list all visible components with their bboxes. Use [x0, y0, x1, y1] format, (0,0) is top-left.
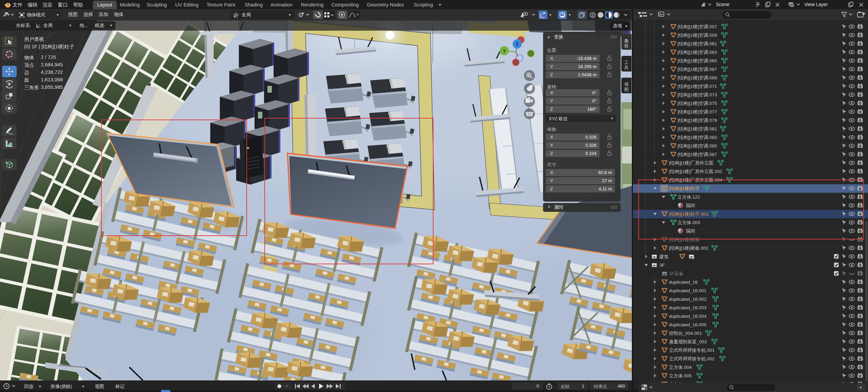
svg-text:[结构][1楼]楼板.001: [结构][1楼]楼板.001	[669, 246, 708, 251]
svg-text:3F: 3F	[659, 263, 665, 268]
svg-text:[结构][1楼]空调.087: [结构][1楼]空调.087	[677, 152, 717, 157]
svg-text:duplicated_16.005: duplicated_16.005	[669, 322, 706, 327]
svg-text:3F设备: 3F设备	[669, 271, 684, 276]
svg-text:[结构][1楼]空调.067: [结构][1楼]空调.067	[677, 67, 717, 72]
svg-text:立方体.005: 立方体.005	[669, 373, 692, 378]
svg-text:duplicated_16.001: duplicated_16.001	[669, 288, 706, 293]
svg-text:[结构][1楼]空调.059: [结构][1楼]空调.059	[677, 33, 717, 38]
svg-text:[结构][1楼]空调.065: [结构][1楼]空调.065	[677, 58, 717, 63]
svg-text:[结构][1楼]空调.057: [结构][1楼]空调.057	[677, 24, 717, 29]
svg-text:[结构][1楼]空调.069: [结构][1楼]空调.069	[677, 75, 717, 80]
svg-text:[结构][1楼]空调.073: [结构][1楼]空调.073	[677, 92, 717, 97]
svg-text:[结构][1楼]厂房外立面.002: [结构][1楼]厂房外立面.002	[669, 169, 722, 174]
svg-text:[结构][1楼]空调.075: [结构][1楼]空调.075	[677, 101, 717, 106]
svg-text:[结构][1楼]空调.061: [结构][1楼]空调.061	[677, 41, 717, 46]
svg-text:duplicated_16.002: duplicated_16.002	[669, 297, 706, 302]
svg-text:duplicated_16.004: duplicated_16.004	[669, 314, 707, 319]
svg-text:[结构][1楼]空调.079: [结构][1楼]空调.079	[677, 118, 717, 123]
svg-text:[结构][1楼]空调.071: [结构][1楼]空调.071	[677, 84, 717, 89]
svg-text:液量规制装置_003: 液量规制装置_003	[669, 339, 707, 344]
svg-text:[结构][1楼]厂房外立面: [结构][1楼]厂房外立面	[669, 160, 714, 166]
svg-text:控制台_004.001: 控制台_004.001	[669, 331, 702, 336]
svg-text:[结构][1楼]空调.083: [结构][1楼]空调.083	[677, 135, 717, 140]
svg-text:立方体.004: 立方体.004	[669, 365, 692, 370]
svg-text:[结构][1楼]空调.063: [结构][1楼]空调.063	[677, 50, 717, 55]
svg-text:2: 2	[693, 256, 695, 260]
svg-text:Z: Z	[516, 42, 519, 47]
svg-text:[结构][1楼]空调.085: [结构][1楼]空调.085	[677, 143, 717, 148]
svg-text:建筑: 建筑	[659, 254, 669, 259]
svg-text:立式环焊焊接专机.002: 立式环焊焊接专机.002	[669, 356, 715, 361]
svg-text:duplicated_16.003: duplicated_16.003	[669, 305, 706, 310]
svg-text:立式环焊焊接专机.001: 立式环焊焊接专机.001	[669, 348, 715, 353]
svg-text:Y: Y	[503, 48, 506, 53]
svg-text:duplicated_16: duplicated_16	[669, 280, 698, 285]
svg-text:[结构][1楼]空调.081: [结构][1楼]空调.081	[677, 126, 717, 131]
svg-text:[结构][1楼]空调.077: [结构][1楼]空调.077	[677, 109, 717, 114]
